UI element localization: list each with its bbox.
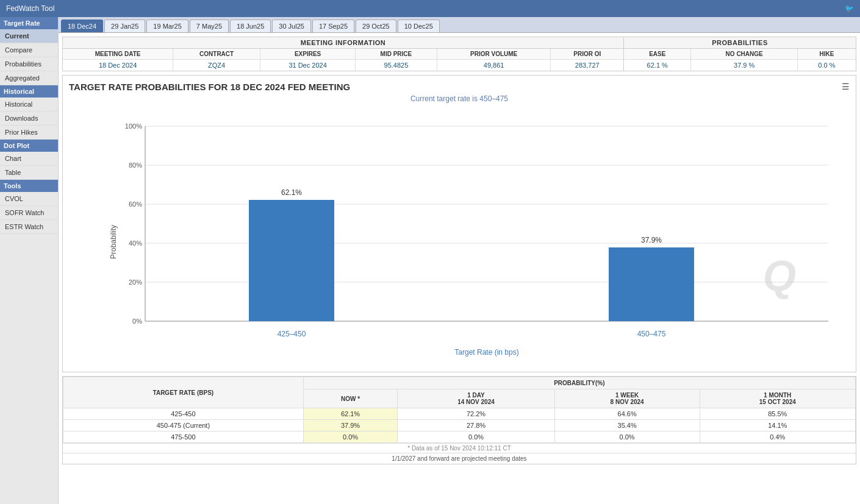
tab-29oct25[interactable]: 29 Oct25 [356,20,396,32]
x-axis-label: Target Rate (in bps) [454,348,518,357]
app-title: FedWatch Tool [6,4,54,13]
sidebar-item-table[interactable]: Table [0,166,58,180]
meeting-info-section: MEETING INFORMATION MEETING DATE CONTRAC… [62,37,856,71]
table-row: 475-500 0.0% 0.0% 0.0% 0.4% [63,431,856,443]
bar-450-475 [609,247,694,321]
val-ease: 62.1 % [624,60,691,71]
val-prior-oi: 283,727 [551,60,623,71]
content-area: MEETING INFORMATION MEETING DATE CONTRAC… [59,33,860,504]
sidebar-item-probabilities[interactable]: Probabilities [0,57,58,71]
bar-x-label-450-475: 450–475 [637,330,666,338]
tab-18dec24[interactable]: 18 Dec24 [61,20,103,32]
probabilities-table: EASE NO CHANGE HIKE 62.1 % 37.9 % 0.0 % [624,49,856,71]
rate-450-475: 450-475 (Current) [63,420,304,431]
tab-18jun25[interactable]: 18 Jun25 [230,20,271,32]
val-hike: 0.0 % [797,60,856,71]
day1-450-475: 27.8% [398,420,554,431]
week1-450-475: 35.4% [554,420,700,431]
col-hike: HIKE [797,49,856,60]
tab-10dec25[interactable]: 10 Dec25 [398,20,440,32]
watermark: Q [763,252,796,300]
meeting-info-table: MEETING DATE CONTRACT EXPIRES MID PRICE … [63,49,623,71]
sidebar-item-estr-watch[interactable]: ESTR Watch [0,220,58,234]
tab-7may25[interactable]: 7 May25 [190,20,229,32]
chart-menu-icon[interactable]: ☰ [842,82,850,91]
y-label-0: 0% [132,318,142,325]
col-1day: 1 DAY14 NOV 2024 [398,389,554,408]
y-label-40: 40% [129,240,142,247]
bar-label-425-450: 62.1% [281,188,302,197]
col-target-rate-bps: TARGET RATE (BPS) [63,377,304,408]
y-axis-label: Probability [109,225,118,259]
sidebar-section-dot-plot[interactable]: Dot Plot [0,140,58,152]
now-450-475: 37.9% [303,420,398,431]
val-expires: 31 Dec 2024 [260,60,356,71]
sidebar-item-cvol[interactable]: CVOL [0,192,58,206]
col-1month: 1 MONTH15 OCT 2024 [700,389,855,408]
sidebar-item-chart[interactable]: Chart [0,152,58,166]
chart-title: TARGET RATE PROBABILITIES FOR 18 DEC 202… [69,82,850,92]
sidebar-item-prior-hikes[interactable]: Prior Hikes [0,126,58,140]
probabilities-header: PROBABILITIES [624,37,856,49]
col-no-change: NO CHANGE [691,49,797,60]
bottom-table-section: TARGET RATE (BPS) PROBABILITY(%) NOW * 1… [62,376,856,464]
y-label-20: 20% [129,279,142,286]
sidebar-item-historical[interactable]: Historical [0,98,58,112]
col-prior-volume: PRIOR VOLUME [437,49,551,60]
now-425-450: 62.1% [303,408,398,420]
meeting-info-left: MEETING INFORMATION MEETING DATE CONTRAC… [63,37,624,71]
week1-425-450: 64.6% [554,408,700,420]
topbar: FedWatch Tool 🐦 [0,0,860,17]
footer-note: * Data as of 15 Nov 2024 10:12:11 CT [63,443,856,453]
week1-475-500: 0.0% [554,431,700,443]
day1-425-450: 72.2% [398,408,554,420]
sidebar-item-downloads[interactable]: Downloads [0,112,58,126]
bar-chart-svg: Probability 100% 80% 60% 40% [99,108,850,364]
month1-425-450: 85.5% [700,408,855,420]
col-now: NOW * [303,389,398,408]
sidebar-item-aggregated[interactable]: Aggregated [0,71,58,85]
bar-x-label-425-450: 425–450 [278,330,306,338]
tab-29jan25[interactable]: 29 Jan25 [104,20,145,32]
sidebar-section-historical[interactable]: Historical [0,85,58,98]
chart-subtitle: Current target rate is 450–475 [69,94,850,103]
sidebar-item-current[interactable]: Current [0,29,58,43]
month1-475-500: 0.4% [700,431,855,443]
day1-475-500: 0.0% [398,431,554,443]
col-mid-price: MID PRICE [356,49,437,60]
bar-425-450 [249,200,334,321]
val-contract: ZQZ4 [173,60,260,71]
val-prior-volume: 49,861 [437,60,551,71]
val-no-change: 37.9 % [691,60,797,71]
col-probability-header: PROBABILITY(%) [303,377,855,389]
tab-30jul25[interactable]: 30 Jul25 [272,20,311,32]
chart-section: TARGET RATE PROBABILITIES FOR 18 DEC 202… [62,75,856,372]
month1-450-475: 14.1% [700,420,855,431]
y-label-100: 100% [125,122,142,130]
sidebar-section-tools[interactable]: Tools [0,180,58,192]
sidebar-section-target-rate[interactable]: Target Rate [0,17,58,29]
meeting-info-header: MEETING INFORMATION [63,37,623,49]
tab-19mar25[interactable]: 19 Mar25 [146,20,188,32]
col-expires: EXPIRES [260,49,356,60]
sidebar-item-sofr-watch[interactable]: SOFR Watch [0,206,58,220]
tab-17sep25[interactable]: 17 Sep25 [312,20,354,32]
rate-425-450: 425-450 [63,408,304,420]
col-contract: CONTRACT [173,49,260,60]
rate-475-500: 475-500 [63,431,304,443]
col-meeting-date: MEETING DATE [63,49,173,60]
tab-bar: 18 Dec24 29 Jan25 19 Mar25 7 May25 18 Ju… [59,17,860,33]
table-row: 450-475 (Current) 37.9% 27.8% 35.4% 14.1… [63,420,856,431]
now-475-500: 0.0% [303,431,398,443]
sidebar-item-compare[interactable]: Compare [0,43,58,57]
sidebar: Target Rate Current Compare Probabilitie… [0,17,59,504]
val-meeting-date: 18 Dec 2024 [63,60,173,71]
bar-label-450-475: 37.9% [641,236,662,244]
col-prior-oi: PRIOR OI [551,49,623,60]
main-content: 18 Dec24 29 Jan25 19 Mar25 7 May25 18 Ju… [59,17,860,504]
bottom-table: TARGET RATE (BPS) PROBABILITY(%) NOW * 1… [63,377,856,443]
table-row: 425-450 62.1% 72.2% 64.6% 85.5% [63,408,856,420]
col-ease: EASE [624,49,691,60]
twitter-icon[interactable]: 🐦 [845,4,854,13]
probabilities-section: PROBABILITIES EASE NO CHANGE HIKE 62.1 % [624,37,856,71]
